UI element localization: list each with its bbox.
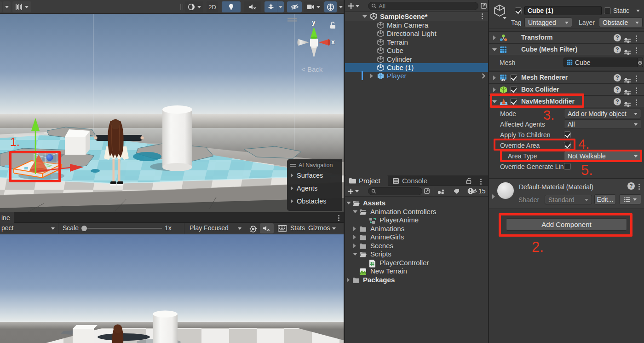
property-dropdown[interactable]: All	[564, 119, 641, 129]
kebab-menu-icon[interactable]	[638, 183, 640, 191]
help-icon[interactable]: ?	[614, 98, 621, 105]
project-item-packages[interactable]: Packages	[345, 275, 488, 284]
hierarchy-item-cube[interactable]: Cube	[345, 46, 488, 55]
toggle-2d-button[interactable]: 2D	[207, 1, 218, 12]
nav-overlay-item-agents[interactable]: Agents	[287, 182, 342, 195]
presets-icon[interactable]	[624, 50, 631, 55]
expander-open-icon[interactable]	[346, 202, 351, 204]
chevron-down-icon[interactable]	[356, 5, 359, 7]
material-list-button[interactable]	[619, 194, 641, 204]
gameobject-cube-icon[interactable]	[494, 4, 506, 17]
scale-slider-track[interactable]	[87, 228, 162, 229]
expander-open-icon[interactable]	[353, 210, 357, 213]
game-audio-mute-button[interactable]	[260, 223, 274, 233]
help-icon[interactable]: ?	[614, 34, 621, 41]
hierarchy-scene-row[interactable]: SampleScene*	[345, 12, 488, 21]
unlock-icon[interactable]	[466, 178, 472, 184]
kebab-menu-icon[interactable]	[480, 178, 482, 186]
nav-overlay-item-surfaces[interactable]: Surfaces	[287, 169, 342, 182]
object-picker-button[interactable]	[638, 58, 643, 67]
plus-icon[interactable]	[348, 188, 354, 194]
aspect-ratio-dropdown[interactable]: pect	[0, 223, 58, 234]
gizmos-dropdown-button[interactable]	[338, 1, 344, 12]
kebab-menu-icon[interactable]	[636, 35, 638, 42]
hierarchy-item-directional-light[interactable]: Directional Light	[345, 29, 488, 38]
shading-mode-button[interactable]	[185, 1, 203, 12]
project-item-animations[interactable]: Animations	[345, 224, 488, 233]
presets-icon[interactable]	[624, 78, 631, 83]
chevron-right-icon[interactable]	[482, 73, 485, 79]
layer-dropdown[interactable]: Obstacle	[599, 17, 643, 27]
expander-collapsed-icon[interactable]	[493, 76, 496, 80]
component-header-box-collider[interactable]: Box Collider ?	[489, 83, 644, 95]
project-item-new-terrain[interactable]: New Terrain	[345, 267, 488, 275]
help-icon[interactable]: ?	[627, 182, 635, 190]
scene-camera-button[interactable]	[304, 1, 323, 12]
tool-dropdown-button[interactable]	[3, 1, 11, 12]
component-header-mesh-filter[interactable]: Cube (Mesh Filter) ?	[489, 43, 644, 55]
toolbar-drag-handle[interactable]	[180, 4, 183, 10]
gizmos-dropdown[interactable]: Gizmos	[308, 224, 330, 232]
component-enabled-checkbox[interactable]	[510, 86, 517, 93]
project-item-scripts[interactable]: Scripts	[345, 250, 488, 258]
axis-x-label[interactable]: x	[331, 38, 335, 46]
eye-slash-icon[interactable]	[470, 188, 477, 194]
shader-dropdown[interactable]: Standard	[545, 195, 592, 204]
axis-y-label[interactable]: y	[312, 18, 316, 26]
expander-collapsed-icon[interactable]	[353, 235, 356, 239]
project-item-animegirls[interactable]: AnimeGirls	[345, 233, 488, 241]
hierarchy-item-cylinder[interactable]: Cylinder	[345, 55, 488, 64]
chevron-down-icon[interactable]	[355, 190, 359, 192]
project-item-playeranime[interactable]: PlayerAnime	[345, 215, 488, 224]
static-checkbox[interactable]	[604, 7, 611, 14]
component-header-mesh-renderer[interactable]: Mesh Renderer ?	[489, 71, 644, 83]
property-checkbox[interactable]	[564, 131, 571, 138]
component-enabled-checkbox[interactable]	[510, 98, 517, 105]
hierarchy-search-input[interactable]: All	[368, 2, 478, 10]
help-icon[interactable]: ?	[614, 74, 621, 81]
component-header-navmesh-modifier[interactable]: NavMeshModifier ?	[489, 95, 644, 107]
effects-dropdown-button[interactable]	[277, 1, 284, 12]
presets-icon[interactable]	[624, 102, 631, 107]
tool-handle-button[interactable]	[0, 1, 2, 12]
help-icon[interactable]: ?	[614, 86, 621, 93]
plus-icon[interactable]	[348, 3, 354, 9]
effects-button[interactable]	[264, 1, 277, 12]
project-item-playercontroller[interactable]: PlayerController	[345, 258, 488, 267]
tab-project[interactable]: Project	[345, 175, 388, 186]
scale-slider-knob[interactable]	[81, 226, 87, 231]
help-icon[interactable]: ?	[614, 46, 621, 53]
project-item-animation-controllers[interactable]: Animation Controllers	[345, 207, 488, 216]
property-checkbox[interactable]	[564, 163, 571, 170]
keyboard-icon[interactable]	[278, 225, 287, 232]
expander-open-icon[interactable]	[353, 253, 357, 256]
back-button[interactable]: < Back	[301, 65, 322, 73]
audio-mute-button[interactable]	[244, 1, 261, 12]
hierarchy-item-cube-1-[interactable]: Cube (1)	[345, 63, 488, 72]
expander-collapsed-icon[interactable]	[347, 278, 350, 282]
expander-collapsed-icon[interactable]	[493, 35, 496, 40]
presets-icon[interactable]	[624, 90, 631, 95]
expander-collapsed-icon[interactable]	[353, 244, 356, 248]
project-item-scenes[interactable]: Scenes	[345, 241, 488, 250]
debug-bug-icon[interactable]	[249, 225, 258, 233]
nav-overlay-item-obstacles[interactable]: Obstacles	[287, 195, 342, 208]
property-dropdown[interactable]: Add or Modify object	[564, 109, 641, 118]
scene-lighting-button[interactable]	[222, 1, 241, 12]
expander-collapsed-icon[interactable]	[353, 227, 356, 231]
active-checkbox[interactable]	[515, 7, 522, 14]
tab-console[interactable]: Console	[392, 175, 427, 186]
project-search-input[interactable]	[368, 187, 422, 195]
filter-by-label-icon[interactable]	[454, 188, 460, 194]
edit-shader-button[interactable]: Edit...	[594, 194, 616, 204]
kebab-menu-icon[interactable]	[636, 75, 638, 82]
add-component-button[interactable]: Add Component	[506, 218, 627, 231]
hierarchy-item-main-camera[interactable]: Main Camera	[345, 21, 488, 29]
static-dropdown-icon[interactable]	[636, 10, 640, 12]
gameobject-dropdown-icon[interactable]	[503, 17, 506, 19]
ai-navigation-title-row[interactable]: AI Navigation	[287, 161, 342, 169]
expander-collapsed-icon[interactable]	[493, 87, 496, 92]
project-item-assets[interactable]: Assets	[345, 198, 488, 207]
tab-game-partial[interactable]: ine	[0, 212, 14, 223]
material-preview-sphere[interactable]	[497, 182, 514, 199]
